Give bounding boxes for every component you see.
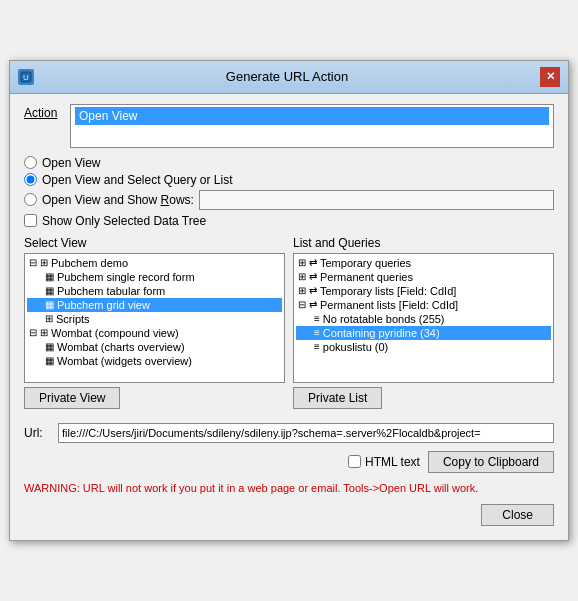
private-list-button[interactable]: Private List: [293, 387, 382, 409]
dialog-title: Generate URL Action: [34, 69, 540, 84]
expand-icon: ⊟: [298, 299, 306, 310]
expand-icon: ⊟: [29, 327, 37, 338]
action-label: Action: [24, 106, 64, 120]
list-icon: ≡: [314, 341, 320, 352]
url-row: Url:: [24, 423, 554, 443]
action-selected-text: Open View: [75, 107, 549, 125]
checkbox-row-tree: Show Only Selected Data Tree: [24, 214, 554, 228]
tree-item[interactable]: ▦ Pubchem single record form: [27, 270, 282, 284]
tree-item[interactable]: ▦ Wombat (widgets overview): [27, 354, 282, 368]
radio-row-show-rows: Open View and Show Rows:: [24, 190, 554, 210]
tree-item[interactable]: ⊞ Scripts: [27, 312, 282, 326]
select-view-tree[interactable]: ⊟ ⊞ Pubchem demo ▦ Pubchem single record…: [24, 253, 285, 383]
private-view-btn-row: Private View: [24, 387, 285, 409]
private-list-btn-row: Private List: [293, 387, 554, 409]
select-view-label: Select View: [24, 236, 285, 250]
svg-text:U: U: [23, 73, 29, 82]
close-button[interactable]: Close: [481, 504, 554, 526]
tree-item-selected[interactable]: ≡ Containing pyridine (34): [296, 326, 551, 340]
columns: Select View ⊟ ⊞ Pubchem demo ▦ Pubchem s…: [24, 236, 554, 417]
list-queries-tree[interactable]: ⊞ ⇄ Temporary queries ⊞ ⇄ Permanent quer…: [293, 253, 554, 383]
checkbox-selected-tree-label[interactable]: Show Only Selected Data Tree: [42, 214, 206, 228]
tree-item[interactable]: ⊞ ⇄ Permanent queries: [296, 270, 551, 284]
radio-group: Open View Open View and Select Query or …: [24, 156, 554, 210]
dialog-icon: U: [18, 69, 34, 85]
action-input-box[interactable]: Open View: [70, 104, 554, 148]
view-icon: ▦: [45, 341, 54, 352]
tree-item[interactable]: ▦ Pubchem tabular form: [27, 284, 282, 298]
dialog-body: Action Open View Open View Open View and…: [10, 94, 568, 540]
checkbox-selected-tree[interactable]: [24, 214, 37, 227]
tree-item[interactable]: ▦ Wombat (charts overview): [27, 340, 282, 354]
radio-row-select-query: Open View and Select Query or List: [24, 173, 554, 187]
radio-select-query[interactable]: [24, 173, 37, 186]
folder-icon: ⊞: [298, 257, 306, 268]
tree-item[interactable]: ⊟ ⊞ Wombat (compound view): [27, 326, 282, 340]
list-queries-label: List and Queries: [293, 236, 554, 250]
folder-icon: ⊞: [298, 285, 306, 296]
radio-open-view[interactable]: [24, 156, 37, 169]
select-view-column: Select View ⊟ ⊞ Pubchem demo ▦ Pubchem s…: [24, 236, 285, 417]
radio-row-open-view: Open View: [24, 156, 554, 170]
action-row: Action Open View: [24, 104, 554, 148]
radio-select-query-label[interactable]: Open View and Select Query or List: [42, 173, 233, 187]
url-input[interactable]: [58, 423, 554, 443]
html-checkbox-row: HTML text: [348, 455, 420, 469]
folder-icon: ⊞: [298, 271, 306, 282]
tree-item[interactable]: ≡ pokuslistu (0): [296, 340, 551, 354]
expand-icon: ⊟: [29, 257, 37, 268]
view-icon: ▦: [45, 285, 54, 296]
url-label: Url:: [24, 426, 52, 440]
radio-show-rows-label[interactable]: Open View and Show Rows:: [42, 193, 194, 207]
tree-item[interactable]: ≡ No rotatable bonds (255): [296, 312, 551, 326]
folder-icon: ⊞: [45, 313, 53, 324]
copy-to-clipboard-button[interactable]: Copy to Clipboard: [428, 451, 554, 473]
view-icon: ▦: [45, 299, 54, 310]
list-icon: ≡: [314, 327, 320, 338]
show-rows-input[interactable]: [199, 190, 554, 210]
list-queries-column: List and Queries ⊞ ⇄ Temporary queries ⊞…: [293, 236, 554, 417]
tree-item[interactable]: ⊞ ⇄ Temporary lists [Field: CdId]: [296, 284, 551, 298]
tree-item[interactable]: ⊟ ⇄ Permanent lists [Field: CdId]: [296, 298, 551, 312]
warning-text: WARNING: URL will not work if you put it…: [24, 481, 554, 496]
dialog: U Generate URL Action ✕ Action Open View…: [9, 60, 569, 541]
view-icon: ▦: [45, 355, 54, 366]
html-text-checkbox[interactable]: [348, 455, 361, 468]
list-icon: ≡: [314, 313, 320, 324]
tree-item[interactable]: ⊟ ⊞ Pubchem demo: [27, 256, 282, 270]
close-title-button[interactable]: ✕: [540, 67, 560, 87]
radio-show-rows[interactable]: [24, 193, 37, 206]
html-text-label[interactable]: HTML text: [365, 455, 420, 469]
tree-item[interactable]: ⊞ ⇄ Temporary queries: [296, 256, 551, 270]
actions-row: HTML text Copy to Clipboard: [24, 451, 554, 473]
radio-open-view-label[interactable]: Open View: [42, 156, 100, 170]
view-icon: ▦: [45, 271, 54, 282]
bottom-row: Close: [24, 504, 554, 530]
title-bar: U Generate URL Action ✕: [10, 61, 568, 94]
private-view-button[interactable]: Private View: [24, 387, 120, 409]
tree-item-selected[interactable]: ▦ Pubchem grid view: [27, 298, 282, 312]
